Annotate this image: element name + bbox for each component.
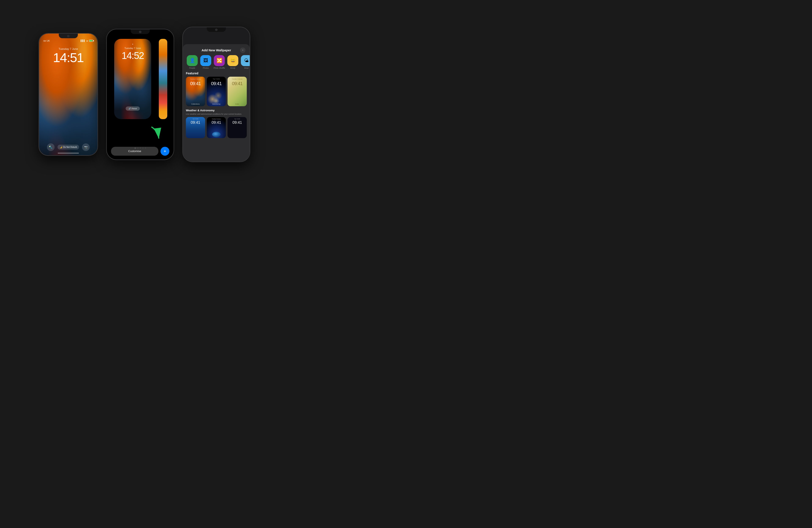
- weather-clock-1: 09:41: [186, 120, 205, 125]
- people-label: People: [189, 67, 195, 69]
- featured-card-astronomy[interactable]: Tue 7 21:53 09:41 Astronomy: [207, 77, 226, 106]
- featured-cards-grid: Tuesday 9 January 09:41 Collections Tue …: [183, 77, 250, 109]
- status-icons: ▌▌▌ ▲: [81, 40, 93, 42]
- green-arrow: [147, 126, 162, 144]
- mini-status-bar: ●: [114, 43, 151, 45]
- front-camera: [67, 35, 70, 37]
- wallpaper-categories: 👤 People 🖼 Photos 🔀 Photo Shuffle 😀 Emoj…: [183, 55, 250, 72]
- add-wallpaper-button[interactable]: +: [160, 147, 169, 156]
- weather-label: Weal: [244, 67, 248, 69]
- dnd-label: Do Not Disturb: [63, 146, 77, 148]
- weather-section-desc: Live weather and astronomical conditions…: [183, 113, 250, 117]
- front-camera-3: [215, 29, 218, 31]
- focus-link-icon: 🔗: [129, 107, 131, 110]
- phone2-screen: ● Tuesday 7 June 14:52 🔗 Focus Cu: [107, 29, 174, 160]
- carrier-text: ne UK: [43, 40, 50, 42]
- customise-button[interactable]: Customise: [111, 147, 158, 156]
- color-clock: 09:41: [228, 81, 247, 86]
- featured-card-color[interactable]: Tuesday 5 January 09:41 Color: [228, 77, 247, 106]
- photos-icon: 🖼: [200, 55, 211, 66]
- category-photo-shuffle[interactable]: 🔀 Photo Shuffle: [213, 55, 226, 69]
- featured-section-title: Featured: [183, 72, 250, 77]
- camera-button[interactable]: 📷: [82, 144, 90, 151]
- lock-screen-bottom: 🔦 🌙 Do Not Disturb 📷: [39, 144, 98, 151]
- close-button[interactable]: ×: [240, 47, 246, 53]
- phone3-screen: Add New Wallpaper × 👤 People 🖼 Photos 🔀 …: [183, 27, 250, 162]
- astronomy-clock: 09:41: [207, 81, 226, 86]
- panel-header: Add New Wallpaper ×: [183, 44, 250, 55]
- weather-card-3[interactable]: Tue 7 21:53 09:41: [228, 117, 247, 138]
- flashlight-button[interactable]: 🔦: [47, 144, 55, 151]
- astronomy-label: Astronomy: [207, 103, 226, 105]
- weather-section-title: Weather & Astronomy: [183, 109, 250, 113]
- panel-title: Add New Wallpaper: [202, 48, 231, 52]
- mini-overlay: ● Tuesday 7 June 14:52 🔗 Focus: [114, 39, 151, 119]
- collections-label: Collections: [186, 103, 205, 105]
- collections-date: Tuesday 9 January: [186, 78, 205, 80]
- battery-icon: [89, 40, 93, 42]
- category-photos[interactable]: 🖼 Photos: [199, 55, 212, 69]
- mini-phone-preview[interactable]: ● Tuesday 7 June 14:52 🔗 Focus: [114, 39, 151, 119]
- weather-clock-3: 09:41: [228, 120, 247, 125]
- mini-lock-date: Tuesday 7 June: [114, 47, 151, 49]
- weather-clock-2: 09:41: [207, 120, 226, 125]
- photos-label: Photos: [203, 67, 209, 69]
- phone-2: ● Tuesday 7 June 14:52 🔗 Focus Cu: [106, 29, 174, 160]
- color-label: Color: [228, 103, 247, 105]
- power-button[interactable]: [98, 61, 98, 76]
- weather-card-2[interactable]: Tuesday 9 January 09:41: [207, 117, 226, 138]
- weather-card-1[interactable]: Tue 7 21:53 09:41: [186, 117, 205, 138]
- earth-visual: [212, 132, 220, 137]
- phone-1: ne UK ▌▌▌ ▲ Tuesday 7 June 14:51 🔦 🌙 Do …: [39, 33, 98, 156]
- color-strip[interactable]: [159, 39, 167, 119]
- battery-fill: [89, 40, 92, 41]
- front-camera-2: [139, 31, 142, 33]
- home-indicator: [58, 153, 79, 153]
- mini-lock-time: 14:52: [114, 50, 151, 61]
- moon-icon: 🌙: [60, 146, 62, 148]
- featured-card-collections[interactable]: Tuesday 9 January 09:41 Collections: [186, 77, 205, 106]
- category-people[interactable]: 👤 People: [186, 55, 199, 69]
- do-not-disturb-button[interactable]: 🌙 Do Not Disturb: [58, 145, 79, 150]
- wifi-icon: ▲: [86, 40, 88, 42]
- power-button-3[interactable]: [250, 57, 250, 74]
- emoji-label: Emoji: [231, 67, 235, 69]
- weather-time-2: Tuesday 9 January: [207, 118, 226, 120]
- weather-icon: 🌤: [241, 55, 250, 66]
- photo-shuffle-icon: 🔀: [214, 55, 225, 66]
- phone1-screen: ne UK ▌▌▌ ▲ Tuesday 7 June 14:51 🔦 🌙 Do …: [39, 34, 98, 155]
- focus-button[interactable]: 🔗 Focus: [126, 106, 140, 111]
- color-date: Tuesday 5 January: [228, 78, 247, 80]
- weather-time-1: Tue 7 21:53: [186, 118, 205, 120]
- signal-icon: ▌▌▌: [81, 40, 85, 42]
- photo-shuffle-label: Photo Shuffle: [214, 67, 225, 69]
- astronomy-date: Tue 7 21:53: [207, 78, 226, 80]
- power-button-2[interactable]: [174, 59, 174, 76]
- category-emoji[interactable]: 😀 Emoji: [227, 55, 239, 69]
- focus-label: Focus: [132, 107, 137, 110]
- lock-screen-time: 14:51: [39, 50, 98, 65]
- weather-cards-grid: Tue 7 21:53 09:41 Tuesday 9 January 09:4…: [183, 117, 250, 138]
- phone-3: Add New Wallpaper × 👤 People 🖼 Photos 🔀 …: [183, 27, 250, 162]
- category-weather[interactable]: 🌤 Weal: [240, 55, 250, 69]
- people-icon: 👤: [187, 55, 198, 66]
- status-bar: ne UK ▌▌▌ ▲: [39, 40, 98, 42]
- collections-clock: 09:41: [186, 81, 205, 86]
- add-new-wallpaper-panel: Add New Wallpaper × 👤 People 🖼 Photos 🔀 …: [183, 44, 250, 162]
- weather-time-3: Tue 7 21:53: [228, 118, 247, 120]
- emoji-icon: 😀: [227, 55, 238, 66]
- customise-row: Customise +: [111, 147, 169, 156]
